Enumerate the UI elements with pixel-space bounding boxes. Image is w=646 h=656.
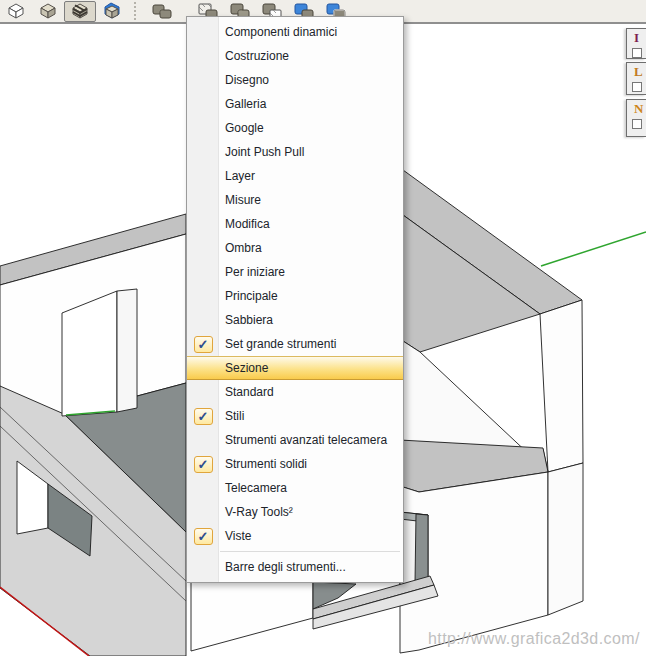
model-right-structure	[400, 170, 646, 653]
panel-title-letter: N	[627, 100, 646, 115]
menu-item-disegno[interactable]: Disegno	[187, 68, 403, 92]
shaded-style-icon[interactable]	[32, 1, 64, 22]
menu-item-telecamera[interactable]: Telecamera	[187, 476, 403, 500]
menu-item-strumenti-avanzati-telecamera[interactable]: Strumenti avanzati telecamera	[187, 428, 403, 452]
menu-item-layer[interactable]: Layer	[187, 164, 403, 188]
watermark-url: http://www.grafica2d3d.com/	[428, 630, 640, 648]
side-panel-info[interactable]: I	[626, 28, 646, 59]
check-icon: ✓	[194, 456, 213, 473]
menu-item-misure[interactable]: Misure	[187, 188, 403, 212]
panel-checkbox[interactable]	[632, 119, 642, 129]
model-left-structure	[0, 214, 186, 656]
monochrome-style-icon[interactable]	[96, 1, 128, 22]
menu-item-viste[interactable]: ✓Viste	[187, 524, 403, 548]
menu-item-google[interactable]: Google	[187, 116, 403, 140]
menu-item-vray-tools[interactable]: V-Ray Tools²	[187, 500, 403, 524]
check-icon: ✓	[194, 336, 213, 353]
panel-title-letter: L	[627, 63, 646, 78]
menu-separator	[220, 551, 400, 552]
menu-item-joint-push-pull[interactable]: Joint Push Pull	[187, 140, 403, 164]
menu-item-barre-degli-strumenti[interactable]: Barre degli strumenti...	[187, 555, 403, 579]
menu-item-modifica[interactable]: Modifica	[187, 212, 403, 236]
menu-item-set-grande-strumenti[interactable]: ✓Set grande strumenti	[187, 332, 403, 356]
menu-item-sabbiera[interactable]: Sabbiera	[187, 308, 403, 332]
menu-item-sezione[interactable]: Sezione	[187, 356, 403, 380]
panel-checkbox[interactable]	[632, 82, 642, 92]
menu-item-standard[interactable]: Standard	[187, 380, 403, 404]
panel-checkbox[interactable]	[632, 48, 642, 58]
panel-title-letter: I	[627, 29, 646, 44]
side-panel-materials[interactable]: N	[626, 99, 646, 137]
check-icon: ✓	[194, 408, 213, 425]
toolbar-separator	[134, 2, 144, 20]
menu-item-strumenti-solidi[interactable]: ✓Strumenti solidi	[187, 452, 403, 476]
menu-item-costruzione[interactable]: Costruzione	[187, 44, 403, 68]
app-window: http://www.grafica2d3d.com/	[0, 0, 646, 656]
menu-item-componenti-dinamici[interactable]: Componenti dinamici	[187, 20, 403, 44]
menu-item-stili[interactable]: ✓Stili	[187, 404, 403, 428]
textured-style-icon[interactable]	[64, 1, 96, 22]
menu-item-galleria[interactable]: Galleria	[187, 92, 403, 116]
check-icon: ✓	[194, 528, 213, 545]
menu-item-per-iniziare[interactable]: Per iniziare	[187, 260, 403, 284]
door-opening	[62, 289, 137, 416]
window-opening-right	[400, 512, 428, 587]
green-axis-line	[541, 232, 646, 266]
toolbars-context-menu: Componenti dinamici Costruzione Disegno …	[186, 16, 404, 583]
outer-shell-icon[interactable]	[146, 1, 178, 22]
side-panel-layer[interactable]: L	[626, 62, 646, 95]
menu-item-ombra[interactable]: Ombra	[187, 236, 403, 260]
menu-item-principale[interactable]: Principale	[187, 284, 403, 308]
wireframe-style-icon[interactable]	[0, 1, 32, 22]
